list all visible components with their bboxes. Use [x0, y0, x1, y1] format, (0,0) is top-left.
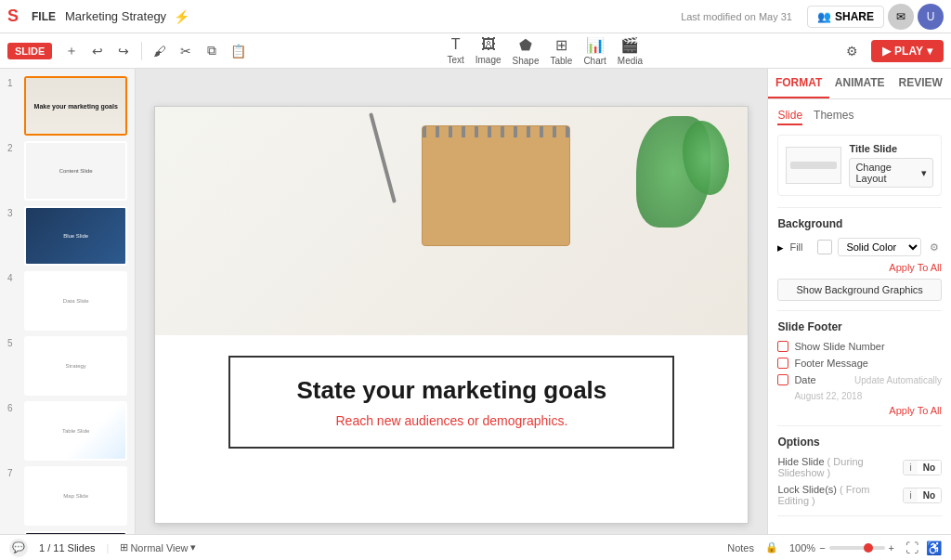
slide-preview-5: Strategy [26, 338, 125, 394]
slide-img-7[interactable]: Map Slide + [24, 466, 127, 526]
statusbar-separator: | [107, 542, 110, 553]
date-checkbox[interactable] [777, 374, 788, 385]
lock-slide-no-btn[interactable]: No [918, 488, 941, 502]
image-insert-icon: 🖼 [481, 36, 496, 53]
date-label: Date [794, 374, 815, 385]
footer-message-checkbox[interactable] [777, 358, 788, 369]
insert-chart-button[interactable]: 📊 Chart [583, 36, 606, 66]
fill-row: ▸ Fill Solid Color ⚙ [777, 238, 942, 256]
toolbar-right-tools: ⚙ ▶ PLAY ▾ [840, 39, 944, 63]
slide-number-4: 4 [7, 273, 20, 283]
lock-icon[interactable]: 🔒 [765, 541, 778, 553]
tab-review[interactable]: REVIEW [890, 69, 951, 98]
insert-image-button[interactable]: 🖼 Image [476, 36, 502, 65]
zoom-handle[interactable] [864, 543, 873, 553]
zoom-plus-icon[interactable]: + [889, 542, 894, 553]
copy-button[interactable]: ⧉ [200, 39, 224, 63]
user-avatar[interactable]: U [918, 4, 944, 30]
right-panel-tabs: FORMAT ANIMATE REVIEW [768, 69, 951, 99]
file-menu-button[interactable]: FILE [26, 8, 61, 25]
slide-thumbnail-2[interactable]: 2 Content Slide + [7, 141, 127, 201]
document-title[interactable]: Marketing Strategy [65, 9, 166, 23]
divider-2 [777, 310, 942, 311]
last-modified-text: Last modified on May 31 [681, 11, 792, 22]
notes-button[interactable]: Notes [727, 542, 754, 553]
play-label: PLAY [894, 45, 923, 58]
add-slide-button[interactable]: ＋ [59, 39, 84, 63]
paste-button[interactable]: 📋 [226, 39, 250, 63]
slide-img-4[interactable]: Data Slide + [24, 271, 127, 331]
show-background-graphics-button[interactable]: Show Background Graphics [777, 279, 942, 301]
slide-img-5[interactable]: Strategy + [24, 336, 127, 396]
right-panel: FORMAT ANIMATE REVIEW Slide Themes Title… [767, 69, 951, 560]
view-mode-chevron: ▾ [190, 541, 196, 553]
toolbar-separator [141, 42, 142, 60]
cut-button[interactable]: ✂ [174, 39, 198, 63]
zoom-minus-icon[interactable]: − [819, 542, 825, 553]
share-icon: 👥 [817, 10, 831, 23]
accessibility-icon[interactable]: ♿ [926, 540, 942, 555]
fill-color-picker[interactable] [817, 240, 832, 254]
slide-background-image [155, 107, 748, 335]
insert-media-button[interactable]: 🎬 Media [618, 36, 643, 66]
slide-content-box[interactable]: State your marketing goals Reach new aud… [228, 356, 674, 448]
slide-img-3[interactable]: Blue Slide + [24, 206, 127, 266]
fill-settings-icon[interactable]: ⚙ [927, 240, 942, 254]
slide-thumbnail-6[interactable]: 6 Table Slide + [7, 401, 127, 461]
main-area: 1 Make your marketing goals 2 Content Sl… [0, 69, 951, 560]
zoom-slider[interactable] [829, 546, 885, 550]
slide-img-1[interactable]: Make your marketing goals [24, 76, 127, 136]
share-button[interactable]: 👥 SHARE [807, 6, 884, 28]
date-hint: Update Automatically [822, 375, 942, 385]
slide-thumbnail-5[interactable]: 5 Strategy + [7, 336, 127, 396]
subtab-slide[interactable]: Slide [777, 109, 802, 125]
statusbar: 💬 1 / 11 Slides | ⊞ Normal View ▾ Notes … [0, 534, 951, 560]
zoom-level-label: 100% [789, 542, 815, 553]
slide-thumbnail-7[interactable]: 7 Map Slide + [7, 466, 127, 526]
change-layout-chevron: ▾ [921, 167, 927, 179]
page-info: 1 / 11 Slides [39, 542, 96, 553]
slide-thumbnail-3[interactable]: 3 Blue Slide + [7, 206, 127, 266]
hide-slide-info-btn[interactable]: i [904, 461, 917, 475]
lock-slide-info-btn[interactable]: i [904, 488, 917, 502]
slide-preview-7: Map Slide [26, 468, 125, 524]
slide-img-2[interactable]: Content Slide + [24, 141, 127, 201]
divider-1 [777, 207, 942, 208]
tab-format[interactable]: FORMAT [768, 69, 829, 98]
settings-button[interactable]: ⚙ [840, 39, 864, 63]
date-row: Date Update Automatically [777, 374, 942, 385]
chat-button[interactable]: 💬 [9, 539, 28, 557]
slide-preview-4: Data Slide [26, 273, 125, 329]
show-slide-number-checkbox[interactable] [777, 341, 788, 352]
fullscreen-icon[interactable]: ⛶ [905, 540, 918, 555]
slide-canvas[interactable]: State your marketing goals Reach new aud… [154, 106, 749, 524]
slide-thumbnail-4[interactable]: 4 Data Slide + [7, 271, 127, 331]
layout-thumb-line [790, 162, 837, 169]
mail-button[interactable]: ✉ [888, 4, 914, 30]
paint-format-button[interactable]: 🖌 [148, 39, 172, 63]
chart-insert-icon: 📊 [586, 36, 605, 54]
hide-slide-toggle[interactable]: i No [903, 460, 942, 475]
hide-slide-no-btn[interactable]: No [918, 461, 941, 475]
insert-table-button[interactable]: ⊞ Table [550, 36, 572, 66]
play-button[interactable]: ▶ PLAY ▾ [871, 40, 944, 62]
play-icon: ▶ [882, 45, 891, 58]
change-layout-button[interactable]: Change Layout ▾ [849, 158, 933, 188]
apply-to-all-footer-link[interactable]: Apply To All [777, 405, 942, 416]
view-mode-selector[interactable]: ⊞ Normal View ▾ [120, 541, 195, 553]
fill-type-select[interactable]: Solid Color [838, 238, 921, 256]
apply-to-all-link[interactable]: Apply To All [777, 262, 942, 273]
lock-slide-toggle[interactable]: i No [903, 488, 942, 503]
slide-number-1: 1 [7, 78, 20, 88]
redo-button[interactable]: ↪ [111, 39, 136, 63]
tab-animate[interactable]: ANIMATE [829, 69, 891, 98]
slide-img-6[interactable]: Table Slide + [24, 401, 127, 461]
insert-text-button[interactable]: T Text [447, 36, 463, 65]
insert-shape-button[interactable]: ⬟ Shape [513, 36, 540, 66]
change-layout-label: Change Layout [855, 162, 919, 184]
options-section-title: Options [777, 436, 942, 449]
slide-thumbnail-1[interactable]: 1 Make your marketing goals [7, 76, 127, 136]
subtab-themes[interactable]: Themes [814, 109, 853, 125]
slide-number-7: 7 [7, 468, 20, 478]
undo-button[interactable]: ↩ [85, 39, 110, 63]
